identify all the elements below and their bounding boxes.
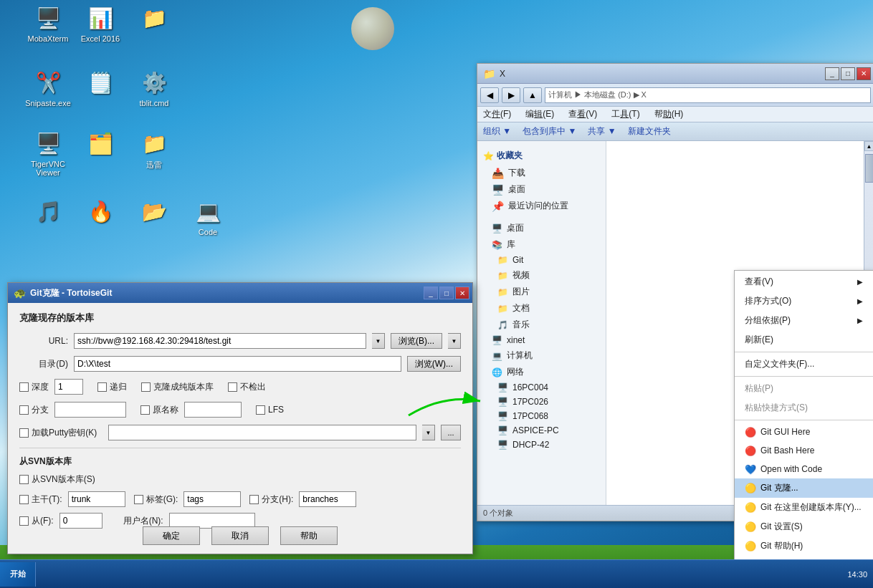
sidebar-network-17pc026[interactable]: 🖥️ 17PC026 [477, 395, 606, 409]
desktop-icon-tblit[interactable]: ⚙️ tblit.cmd [131, 68, 177, 107]
branch-h-checkbox[interactable] [249, 495, 259, 504]
sidebar-tree-library[interactable]: 📚 库 [477, 236, 606, 253]
recursive-checkbox-row[interactable]: 递归 [97, 381, 127, 393]
back-button[interactable]: ◀ [480, 87, 499, 103]
nocheck-checkbox-row[interactable]: 不检出 [228, 381, 266, 393]
nocheck-checkbox[interactable] [228, 382, 237, 392]
desktop-icon-snipaste[interactable]: ✂️ Snipaste.exe [25, 68, 71, 107]
ctx-paste[interactable]: 粘贴(P) [735, 379, 873, 398]
url-combo-arrow[interactable]: ▼ [372, 333, 385, 349]
cancel-button[interactable]: 取消 [211, 526, 269, 545]
desktop-icon-tigervnc[interactable]: 🖥️ TigerVNC Viewer [25, 129, 71, 177]
url-input[interactable] [74, 333, 366, 349]
sidebar-download[interactable]: 📥 下载 [477, 165, 606, 181]
menu-edit[interactable]: 编辑(E) [523, 107, 557, 122]
help-button[interactable]: 帮助 [280, 526, 338, 545]
ctx-view[interactable]: 查看(V) ▶ [735, 272, 873, 291]
tags-checkbox[interactable] [134, 495, 143, 504]
branch-input[interactable] [54, 402, 126, 418]
ctx-git-create-repo[interactable]: 🟡 Git 在这里创建版本库(Y)... [735, 498, 873, 517]
desktop-icon-vlc[interactable]: 🎵 [25, 197, 71, 228]
action-organize[interactable]: 组织 ▼ [483, 125, 511, 138]
lfs-checkbox[interactable] [256, 405, 265, 415]
dialog-minimize-button[interactable]: _ [424, 286, 438, 299]
recursive-checkbox[interactable] [97, 382, 107, 392]
address-bar[interactable]: 计算机 ▶ 本地磁盘 (D:) ▶ X [545, 87, 871, 103]
desktop-icon-excel[interactable]: 📊 Excel 2016 [77, 4, 123, 43]
sidebar-network-17pc068[interactable]: 🖥️ 17PC068 [477, 409, 606, 423]
sidebar-tree-pics[interactable]: 📁 图片 [477, 284, 606, 300]
putty-checkbox[interactable] [19, 428, 29, 438]
svn-checkbox[interactable] [19, 475, 29, 484]
lfs-checkbox-row[interactable]: LFS [256, 405, 284, 415]
desktop-icon-item8[interactable]: 🗂️ [77, 129, 123, 160]
dialog-close-button[interactable]: ✕ [455, 286, 469, 299]
ctx-git-help[interactable]: 🟡 Git 帮助(H) [735, 536, 873, 556]
trunk-input[interactable] [68, 491, 125, 507]
branches-input[interactable] [299, 491, 356, 507]
depth-checkbox[interactable] [19, 382, 29, 392]
confirm-button[interactable]: 确定 [143, 526, 200, 545]
desktop-icon-fire[interactable]: 🔥 [77, 197, 123, 228]
browse-b-button[interactable]: 浏览(B)... [391, 333, 442, 349]
putty-checkbox-row[interactable]: 加载Putty密钥(K) [19, 427, 97, 439]
sidebar-tree-computer[interactable]: 💻 计算机 [477, 347, 606, 364]
desktop-icon-item13[interactable]: 📂 [131, 197, 177, 228]
ctx-git-clone[interactable]: 🟡 Git 克隆... [735, 478, 873, 498]
sidebar-network-aspice[interactable]: 🖥️ ASPICE-PC [477, 423, 606, 438]
menu-view[interactable]: 查看(V) [566, 107, 600, 122]
sidebar-tree-xinet[interactable]: 🖥️ xinet [477, 333, 606, 347]
ctx-open-code[interactable]: 💙 Open with Code [735, 460, 873, 478]
sidebar-tree-network[interactable]: 🌐 网络 [477, 364, 606, 380]
forward-button[interactable]: ▶ [502, 87, 520, 103]
ctx-git-gui[interactable]: 🔴 Git GUI Here [735, 423, 873, 441]
bare-checkbox-row[interactable]: 克隆成纯版本库 [141, 381, 214, 393]
desktop-icon-mobaxterm[interactable]: 🖥️ MobaXterm [25, 4, 71, 43]
close-button[interactable]: ✕ [857, 67, 871, 80]
dialog-maximize-button[interactable]: □ [439, 286, 454, 299]
browse-combo-arrow[interactable]: ▼ [448, 333, 461, 349]
dir-input[interactable] [74, 356, 401, 372]
action-include[interactable]: 包含到库中 ▼ [523, 125, 576, 138]
ctx-refresh[interactable]: 刷新(E) [735, 330, 873, 350]
start-button[interactable]: 开始 [0, 562, 36, 587]
ctx-paste-shortcut[interactable]: 粘贴快捷方式(S) [735, 398, 873, 418]
svn-cb-label-row[interactable]: 从SVN版本库(S) [19, 473, 461, 486]
desktop-icon-item3[interactable]: 📁 [131, 4, 177, 34]
sidebar-recent[interactable]: 📌 最近访问的位置 [477, 198, 606, 214]
sidebar-tree-docs[interactable]: 📁 文档 [477, 300, 606, 317]
putty-browse-button[interactable]: ... [441, 425, 461, 440]
tags-input[interactable] [183, 491, 241, 507]
sidebar-tree-music[interactable]: 🎵 音乐 [477, 317, 606, 333]
ctx-sort[interactable]: 排序方式(O) ▶ [735, 291, 873, 311]
maximize-button[interactable]: □ [841, 67, 855, 80]
menu-help[interactable]: 帮助(H) [652, 107, 687, 122]
sidebar-tree-desktop[interactable]: 🖥️ 桌面 [477, 220, 606, 236]
desktop-icon-code[interactable]: 💻 Code [185, 197, 231, 236]
depth-input[interactable] [54, 379, 83, 395]
scroll-thumb[interactable] [865, 154, 874, 183]
sidebar-tree-video[interactable]: 📁 视频 [477, 267, 606, 284]
sidebar-network-dhcp42[interactable]: 🖥️ DHCP-42 [477, 438, 606, 452]
sidebar-desktop[interactable]: 🖥️ 桌面 [477, 181, 606, 198]
browse-w-button[interactable]: 浏览(W)... [407, 356, 461, 372]
menu-file[interactable]: 文件(F) [480, 107, 514, 122]
ctx-git-bash[interactable]: 🔴 Git Bash Here [735, 441, 873, 460]
bare-checkbox[interactable] [141, 382, 151, 392]
sidebar-tree-git[interactable]: 📁 Git [477, 253, 606, 267]
action-new-folder[interactable]: 新建文件夹 [628, 125, 671, 138]
sidebar-network-16pc004[interactable]: 🖥️ 16PC004 [477, 380, 606, 395]
original-name-input[interactable] [184, 402, 242, 418]
up-button[interactable]: ▲ [523, 87, 542, 103]
scroll-up-button[interactable]: ▲ [864, 141, 874, 151]
desktop-icon-item5[interactable]: 🗒️ [77, 68, 123, 99]
menu-tools[interactable]: 工具(T) [609, 107, 642, 122]
original-name-checkbox-row[interactable]: 原名称 [140, 402, 242, 418]
original-name-checkbox[interactable] [140, 405, 150, 415]
ctx-customize[interactable]: 自定义文件夹(F)... [735, 355, 873, 374]
ctx-git-settings[interactable]: 🟡 Git 设置(S) [735, 517, 873, 536]
minimize-button[interactable]: _ [825, 67, 839, 80]
putty-key-input[interactable] [108, 425, 416, 440]
putty-combo-arrow[interactable]: ▼ [422, 425, 435, 440]
desktop-icon-item9[interactable]: 📁 迅雷 [131, 129, 177, 170]
